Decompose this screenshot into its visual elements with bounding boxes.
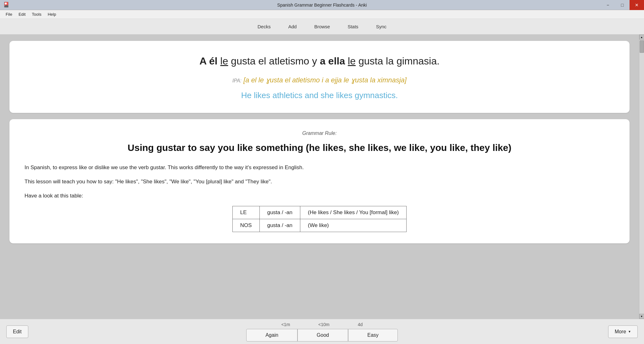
grammar-paragraph3: Have a look at this table: — [25, 191, 614, 200]
grammar-paragraph1: In Spanish, to express like or dislike w… — [25, 163, 614, 172]
menu-bar: File Edit Tools Help — [0, 10, 644, 19]
flashcard-sentence: A él le gusta el atletismo y a ella le g… — [28, 53, 611, 69]
good-button[interactable]: Good — [297, 329, 348, 341]
flashcard-translation: He likes athletics and she likes gymnast… — [28, 91, 611, 100]
more-arrow-icon: ▼ — [628, 330, 631, 333]
scrollbar-thumb[interactable] — [640, 40, 644, 53]
bottom-bar: Edit <1m <10m 4d Again Good Easy More ▼ — [0, 319, 644, 344]
menu-help[interactable]: Help — [45, 11, 59, 18]
grammar-rule-title: Using gustar to say you like something (… — [25, 141, 614, 154]
table-row: NOSgusta / -an(We like) — [232, 219, 406, 232]
table-row: LEgusta / -an(He likes / She likes / You… — [232, 206, 406, 219]
nav-sync[interactable]: Sync — [367, 21, 395, 32]
nav-add[interactable]: Add — [280, 21, 306, 32]
maximize-button[interactable]: □ — [615, 0, 630, 10]
easy-button[interactable]: Easy — [348, 329, 398, 341]
menu-edit[interactable]: Edit — [15, 11, 29, 18]
close-button[interactable]: ✕ — [630, 0, 644, 10]
answer-buttons: Again Good Easy — [246, 329, 398, 341]
window-title: Spanish Grammar Beginner Flashcards - An… — [277, 3, 367, 8]
timing-row: <1m <10m 4d — [281, 322, 363, 327]
minimize-button[interactable]: − — [601, 0, 615, 10]
nav-stats[interactable]: Stats — [339, 21, 367, 32]
menu-tools[interactable]: Tools — [29, 11, 44, 18]
flashcard: A él le gusta el atletismo y a ella le g… — [9, 41, 630, 113]
flashcard-ipa: IPA: [a el le ɣusta el atletismo i a ejj… — [28, 76, 611, 84]
window-controls: − □ ✕ — [601, 0, 644, 10]
grammar-box: Grammar Rule: Using gustar to say you li… — [9, 119, 630, 243]
scrollbar-down-btn[interactable]: ▼ — [639, 314, 644, 319]
content-area: A él le gusta el atletismo y a ella le g… — [0, 35, 639, 319]
more-label: More — [615, 329, 626, 335]
timing-good: <10m — [318, 322, 329, 327]
nav-bar: Decks Add Browse Stats Sync — [0, 19, 644, 35]
timing-again: <1m — [281, 322, 290, 327]
grammar-rule-label: Grammar Rule: — [25, 130, 614, 136]
title-bar: 🎴 Spanish Grammar Beginner Flashcards - … — [0, 0, 644, 10]
answer-section: <1m <10m 4d Again Good Easy — [246, 322, 398, 341]
sentence-part1: A él le gusta el atletismo y a ella le g… — [199, 55, 440, 67]
grammar-table: LEgusta / -an(He likes / She likes / You… — [232, 206, 407, 232]
scrollbar-up-btn[interactable]: ▲ — [639, 35, 644, 40]
nav-browse[interactable]: Browse — [305, 21, 339, 32]
edit-button[interactable]: Edit — [6, 325, 28, 338]
scrollbar[interactable]: ▲ ▼ — [639, 35, 644, 319]
grammar-paragraph2: This lesson will teach you how to say: "… — [25, 177, 614, 186]
app-icon: 🎴 — [3, 2, 10, 8]
menu-file[interactable]: File — [3, 11, 15, 18]
nav-decks[interactable]: Decks — [249, 21, 280, 32]
timing-easy: 4d — [358, 322, 363, 327]
again-button[interactable]: Again — [246, 329, 297, 341]
more-button[interactable]: More ▼ — [608, 325, 638, 338]
main-area: A él le gusta el atletismo y a ella le g… — [0, 35, 644, 319]
